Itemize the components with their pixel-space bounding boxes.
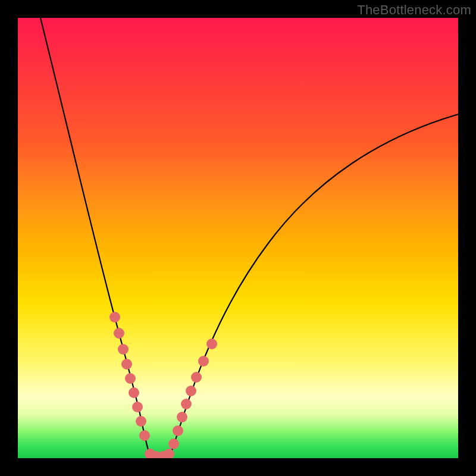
- watermark-text: TheBottleneck.com: [357, 2, 471, 18]
- svg-point-7: [136, 416, 146, 427]
- bead-cluster-bottom: [145, 449, 174, 458]
- svg-point-16: [181, 399, 192, 409]
- bottleneck-curve: [40, 18, 458, 457]
- bead-cluster-right: [168, 339, 217, 449]
- svg-point-19: [198, 356, 209, 367]
- svg-point-15: [177, 412, 187, 422]
- svg-point-20: [206, 339, 217, 349]
- plot-area: [18, 18, 458, 458]
- svg-point-1: [114, 328, 124, 339]
- svg-point-18: [191, 372, 202, 383]
- bead-cluster-left: [109, 312, 150, 441]
- svg-point-6: [132, 402, 143, 412]
- svg-point-4: [125, 373, 136, 384]
- svg-point-0: [109, 312, 120, 322]
- svg-point-3: [121, 359, 132, 369]
- svg-point-8: [139, 430, 150, 441]
- curve-overlay: [18, 18, 458, 458]
- svg-point-17: [186, 386, 196, 396]
- svg-point-14: [173, 425, 183, 436]
- svg-point-13: [168, 439, 179, 449]
- svg-point-2: [118, 344, 129, 355]
- outer-frame: TheBottleneck.com: [0, 0, 476, 476]
- svg-point-12: [164, 449, 174, 458]
- svg-point-5: [129, 387, 139, 398]
